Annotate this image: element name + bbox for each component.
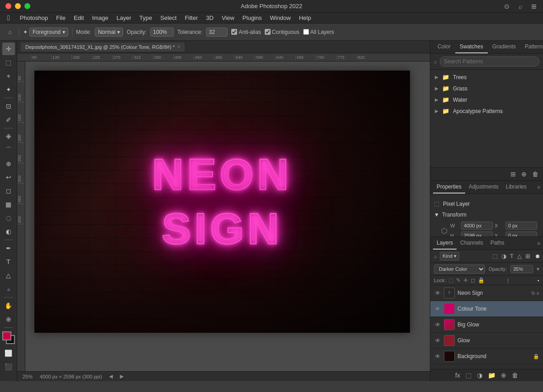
anti-alias-checkbox[interactable]	[231, 29, 237, 35]
layer-visibility-icon[interactable]: 👁	[434, 337, 441, 344]
tab-layers[interactable]: Layers	[433, 237, 457, 250]
tolerance-input[interactable]	[206, 28, 228, 37]
heal-tool[interactable]: ✙	[2, 130, 15, 143]
blend-mode-dropdown[interactable]: Darker Color Normal Multiply	[434, 264, 485, 274]
menu-file[interactable]: File	[52, 14, 69, 22]
layer-item-glow[interactable]: 👁 Glow	[430, 333, 543, 349]
text-filter-icon[interactable]: T	[509, 252, 514, 260]
y-input[interactable]	[505, 231, 537, 236]
contiguous-checkbox[interactable]	[265, 29, 271, 35]
account-icon[interactable]: ⊙	[503, 3, 510, 10]
menu-plugins[interactable]: Plugins	[239, 14, 266, 22]
pattern-group-water[interactable]: ▶ 📁 Water	[430, 94, 543, 105]
menu-select[interactable]: Select	[157, 14, 180, 22]
transform-section-title[interactable]: ▼ Transform	[434, 210, 539, 220]
height-input[interactable]	[461, 231, 493, 236]
pattern-search-input[interactable]	[440, 57, 539, 66]
pen-tool[interactable]: ✒	[2, 242, 15, 255]
folder-new-icon[interactable]: ⊞	[510, 170, 517, 179]
menu-window[interactable]: Window	[266, 14, 294, 22]
path-tool[interactable]: ⬦	[2, 283, 15, 295]
layer-mask-button[interactable]: ⬚	[466, 372, 472, 379]
layers-panel-collapse-icon[interactable]: ≡	[538, 241, 540, 246]
tab-patterns[interactable]: Patterns	[520, 41, 543, 53]
menu-help[interactable]: Help	[295, 14, 315, 22]
menu-3d[interactable]: 3D	[202, 14, 217, 22]
history-brush-tool[interactable]: ↩	[2, 171, 15, 184]
minimize-button[interactable]	[15, 3, 21, 9]
smartobj-filter-icon[interactable]: ⊞	[524, 252, 531, 260]
new-pattern-icon[interactable]: ⊕	[520, 170, 528, 179]
document-canvas[interactable]: NEON SIGN	[34, 71, 410, 333]
text-tool[interactable]: T	[2, 255, 15, 268]
brush-tool[interactable]: ⌒	[2, 144, 15, 156]
layer-visibility-icon[interactable]: 👁	[434, 353, 441, 360]
shape-filter-icon[interactable]: △	[516, 252, 523, 260]
blur-tool[interactable]: ◌	[2, 212, 15, 224]
arrange-icon[interactable]: ⊞	[530, 3, 538, 10]
menu-edit[interactable]: Edit	[70, 14, 87, 22]
select-tool[interactable]: ⬚	[2, 56, 15, 69]
shape-tool[interactable]: △	[2, 269, 15, 282]
menu-photoshop[interactable]: Photoshop	[16, 14, 52, 22]
layer-item-colour-tone[interactable]: 👁 Colour Tone	[430, 301, 543, 317]
tab-swatches[interactable]: Swatches	[455, 41, 488, 53]
hand-tool[interactable]: ✋	[2, 299, 15, 312]
foreground-color[interactable]	[2, 331, 11, 340]
menu-filter[interactable]: Filter	[181, 14, 201, 22]
link-wh-icon[interactable]: ⬡	[441, 227, 448, 235]
search-icon[interactable]: ⌕	[517, 3, 524, 10]
crop-tool[interactable]: ⊡	[2, 100, 15, 113]
fullscreen-button[interactable]	[24, 3, 30, 9]
width-input[interactable]	[461, 222, 493, 230]
eraser-tool[interactable]: ◻	[2, 184, 15, 197]
menu-type[interactable]: Type	[136, 14, 156, 22]
opacity-input[interactable]	[150, 28, 174, 37]
layer-visibility-icon[interactable]: 👁	[434, 306, 441, 312]
layer-visibility-icon[interactable]: 👁	[434, 321, 441, 328]
color-swatches[interactable]	[2, 331, 15, 344]
zoom-tool[interactable]: ⊕	[2, 313, 15, 326]
lasso-tool[interactable]: ⌖	[2, 70, 15, 82]
close-button[interactable]	[5, 3, 11, 9]
tab-color[interactable]: Color	[433, 41, 455, 53]
tab-properties[interactable]: Properties	[433, 181, 465, 194]
menu-image[interactable]: Image	[88, 14, 112, 22]
pattern-group-trees[interactable]: ▶ 📁 Trees	[430, 71, 543, 83]
clone-tool[interactable]: ⊕	[2, 157, 15, 170]
tab-channels[interactable]: Channels	[457, 237, 487, 250]
layer-fx-badge[interactable]: fx ∨	[531, 291, 539, 296]
fill-slider[interactable]: |	[507, 278, 509, 283]
x-input[interactable]	[505, 222, 537, 230]
pattern-group-apocalypse[interactable]: ▶ 📁 Apocalypse Patterns	[430, 105, 543, 117]
lock-all-icon[interactable]: 🔒	[478, 277, 485, 283]
nav-arrow-right[interactable]: ▶	[120, 373, 124, 379]
layer-group-button[interactable]: 📁	[488, 372, 495, 379]
menu-layer[interactable]: Layer	[113, 14, 135, 22]
screen-mode-tool[interactable]: ⬛	[2, 360, 15, 373]
tab-paths[interactable]: Paths	[487, 237, 508, 250]
pattern-group-grass[interactable]: ▶ 📁 Grass	[430, 83, 543, 94]
opacity-input[interactable]	[510, 265, 533, 273]
layer-item-big-glow[interactable]: 👁 Big Glow	[430, 317, 543, 333]
nav-arrow-left[interactable]: ◀	[109, 373, 113, 379]
all-layers-checkbox[interactable]	[303, 29, 309, 35]
filter-kind-dropdown[interactable]: Kind ▾	[440, 252, 459, 260]
layer-new-button[interactable]: ⊕	[501, 372, 506, 379]
mode-dropdown[interactable]: Normal ▾	[95, 28, 123, 37]
delete-pattern-icon[interactable]: 🗑	[531, 170, 539, 179]
apple-menu[interactable]: 	[4, 13, 14, 23]
layer-visibility-icon[interactable]: 👁	[434, 290, 441, 297]
layer-item-neon-sign[interactable]: 👁 T Neon Sign fx ∨	[430, 285, 543, 301]
magic-wand-tool[interactable]: ✦	[2, 83, 15, 96]
pixel-filter-icon[interactable]: ⬚	[491, 252, 499, 260]
tab-close-button[interactable]: ×	[177, 44, 180, 49]
quick-mask-tool[interactable]: ⬜	[2, 347, 15, 359]
layer-adjustment-button[interactable]: ◑	[477, 372, 482, 379]
adjustment-filter-icon[interactable]: ◑	[500, 252, 507, 260]
lock-artboard-icon[interactable]: ◻	[471, 277, 475, 283]
tab-adjustments[interactable]: Adjustments	[465, 181, 502, 194]
layer-delete-button[interactable]: 🗑	[512, 372, 518, 379]
tab-libraries[interactable]: Libraries	[502, 181, 530, 194]
lock-position-icon[interactable]: ✛	[463, 277, 468, 283]
